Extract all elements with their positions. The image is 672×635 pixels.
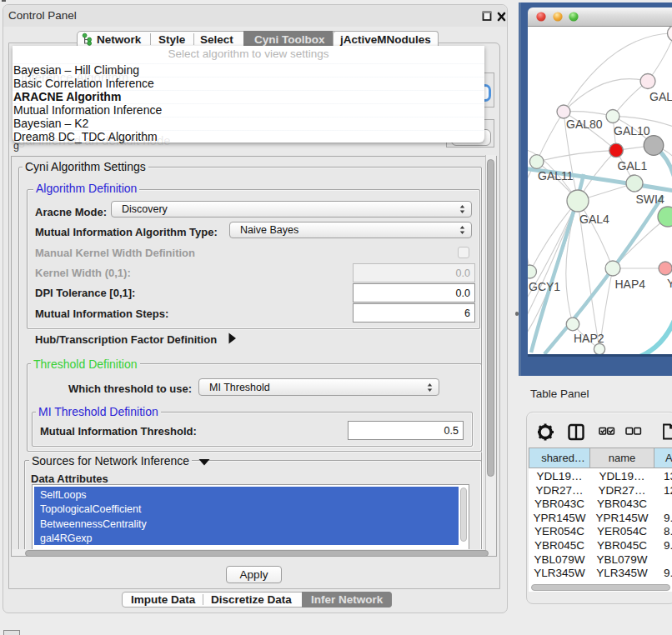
svg-text:GAL10: GAL10 (614, 124, 650, 138)
svg-text:GCY1: GCY1 (529, 280, 560, 293)
svg-text:SWI4: SWI4 (636, 192, 664, 206)
svg-text:GAL1: GAL1 (618, 159, 648, 172)
svg-text:GAL4: GAL4 (579, 212, 609, 226)
svg-text:GAL11: GAL11 (538, 169, 574, 182)
svg-text:GAL80: GAL80 (566, 118, 603, 131)
svg-text:HAP2: HAP2 (574, 332, 604, 345)
svg-text:Y: Y (667, 277, 672, 290)
svg-text:GAL: GAL (649, 90, 672, 103)
svg-text:HAP4: HAP4 (615, 278, 646, 291)
